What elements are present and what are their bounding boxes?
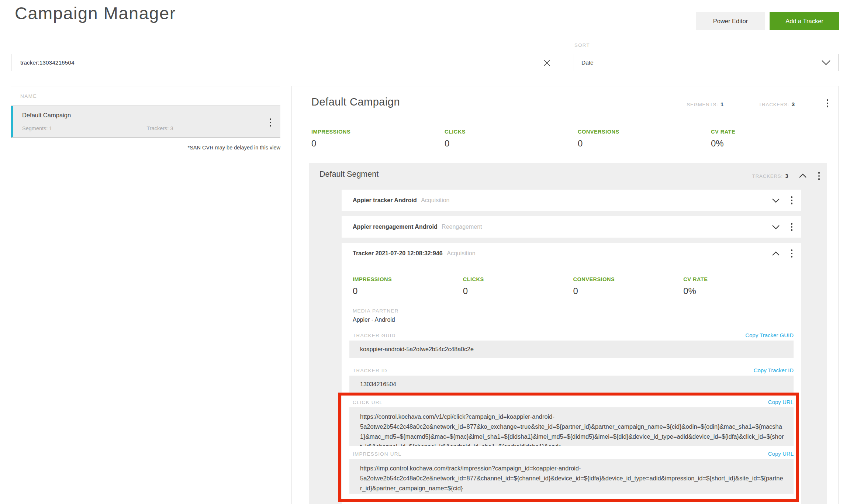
campaign-list-item[interactable]: Default Campaign Segments: 1 Trackers: 3 xyxy=(11,106,280,138)
copy-impression-url-link[interactable]: Copy URL xyxy=(768,451,794,457)
tracker-id-field[interactable]: 13034216504 xyxy=(349,376,794,393)
media-partner-label: MEDIA PARTNER xyxy=(353,308,794,314)
tracker-type: Reengagement xyxy=(442,224,482,230)
trackers-meta: TRACKERS:3 xyxy=(759,101,795,108)
stat-impressions: IMPRESSIONS 0 xyxy=(353,276,463,296)
campaign-detail-panel: Default Campaign SEGMENTS:1 TRACKERS:3 I… xyxy=(291,86,839,504)
add-tracker-button[interactable]: Add a Tracker xyxy=(770,12,839,30)
campaign-segments-count: Segments: 1 xyxy=(22,125,52,131)
expand-tracker-chevron-down-icon[interactable] xyxy=(772,225,780,229)
collapse-segment-chevron-up-icon[interactable] xyxy=(799,173,807,178)
segment-header: Default Segment TRACKERS:3 xyxy=(309,163,827,187)
tracker-cards: Appier tracker Android Acquisition Appie… xyxy=(342,190,801,504)
sort-select[interactable]: Date xyxy=(574,54,839,71)
default-segment-section: Default Segment TRACKERS:3 Appier tracke… xyxy=(309,163,827,504)
power-editor-button[interactable]: Power Editor xyxy=(696,12,765,30)
campaign-name: Default Campaign xyxy=(22,112,280,119)
impression-url-field[interactable]: https://imp.control.kochava.com/track/im… xyxy=(349,459,794,494)
tracker-guid-field[interactable]: koappier-android-5a2otwe2b54c2c48a0c2e xyxy=(349,341,794,358)
segments-meta: SEGMENTS:1 xyxy=(687,101,723,108)
tracker-row-expanded: Tracker 2021-07-20 12:08:32:946 Acquisit… xyxy=(342,243,801,504)
collapse-tracker-chevron-up-icon[interactable] xyxy=(772,251,780,256)
expand-tracker-chevron-down-icon[interactable] xyxy=(772,198,780,203)
tracker-stats: IMPRESSIONS 0 CLICKS 0 CONVERSIONS 0 CV … xyxy=(353,276,794,296)
copy-tracker-guid-link[interactable]: Copy Tracker GUID xyxy=(745,332,794,338)
media-partner-value: Appier - Android xyxy=(353,317,794,323)
tracker-name: Tracker 2021-07-20 12:08:32:946 xyxy=(353,250,443,256)
segments-meta-value: 1 xyxy=(721,101,723,107)
kebab-menu-icon[interactable] xyxy=(826,98,830,108)
copy-tracker-id-link[interactable]: Copy Tracker ID xyxy=(754,367,794,373)
stat-impressions: IMPRESSIONS 0 xyxy=(311,129,445,149)
expanded-tracker-header[interactable]: Tracker 2021-07-20 12:08:32:946 Acquisit… xyxy=(349,243,794,264)
campaign-detail-meta: SEGMENTS:1 TRACKERS:3 xyxy=(687,101,795,108)
segment-trackers-meta: TRACKERS:3 xyxy=(752,173,788,179)
kebab-menu-icon[interactable] xyxy=(269,117,273,128)
copy-click-url-link[interactable]: Copy URL xyxy=(768,399,794,405)
header-actions: Power Editor Add a Tracker xyxy=(696,12,839,30)
search-box xyxy=(11,54,558,71)
kebab-menu-icon[interactable] xyxy=(790,248,794,259)
chevron-down-icon xyxy=(821,60,831,65)
search-input[interactable] xyxy=(11,54,558,71)
tracker-type: Acquisition xyxy=(447,250,475,256)
segments-meta-label: SEGMENTS: xyxy=(687,102,718,107)
trackers-meta-value: 3 xyxy=(792,101,795,107)
impression-url-label: IMPRESSION URL xyxy=(353,451,401,457)
stat-clicks: CLICKS 0 xyxy=(463,276,573,296)
page-title: Campaign Manager xyxy=(15,3,176,23)
tracker-guid-label: TRACKER GUID xyxy=(353,333,395,338)
stat-clicks: CLICKS 0 xyxy=(445,129,578,149)
sort-label: SORT xyxy=(574,42,590,48)
stat-cv-rate: CV RATE 0% xyxy=(683,276,794,296)
campaign-detail-title: Default Campaign xyxy=(311,96,400,108)
stat-conversions: CONVERSIONS 0 xyxy=(578,129,711,149)
san-cvr-footnote: *SAN CVR may be delayed in this view xyxy=(11,145,280,151)
stat-conversions: CONVERSIONS 0 xyxy=(573,276,684,296)
tracker-row-appier-tracker[interactable]: Appier tracker Android Acquisition xyxy=(342,190,801,211)
tracker-row-appier-reengagement[interactable]: Appier reengagement Android Reengagement xyxy=(342,216,801,238)
segment-controls: TRACKERS:3 xyxy=(752,171,821,181)
campaign-trackers-count: Trackers: 3 xyxy=(147,125,173,131)
click-url-label: CLICK URL xyxy=(353,400,383,405)
kebab-menu-icon[interactable] xyxy=(790,195,794,206)
name-column-header: NAME xyxy=(11,86,280,106)
segment-title: Default Segment xyxy=(319,170,379,179)
sort-select-value: Date xyxy=(581,59,594,66)
campaign-stats: IMPRESSIONS 0 CLICKS 0 CONVERSIONS 0 CV … xyxy=(311,129,844,149)
trackers-meta-label: TRACKERS: xyxy=(759,102,789,107)
click-url-field[interactable]: https://control.kochava.com/v1/cpi/click… xyxy=(349,407,794,446)
campaign-list: NAME Default Campaign Segments: 1 Tracke… xyxy=(11,86,280,138)
kebab-menu-icon[interactable] xyxy=(817,171,821,181)
kebab-menu-icon[interactable] xyxy=(790,222,794,232)
tracker-type: Acquisition xyxy=(421,197,449,203)
tracker-name: Appier tracker Android xyxy=(353,197,417,203)
tracker-name: Appier reengagement Android xyxy=(353,224,438,230)
clear-search-icon[interactable] xyxy=(543,59,550,66)
tracker-id-label: TRACKER ID xyxy=(353,368,387,373)
stat-cv-rate: CV RATE 0% xyxy=(711,129,844,149)
